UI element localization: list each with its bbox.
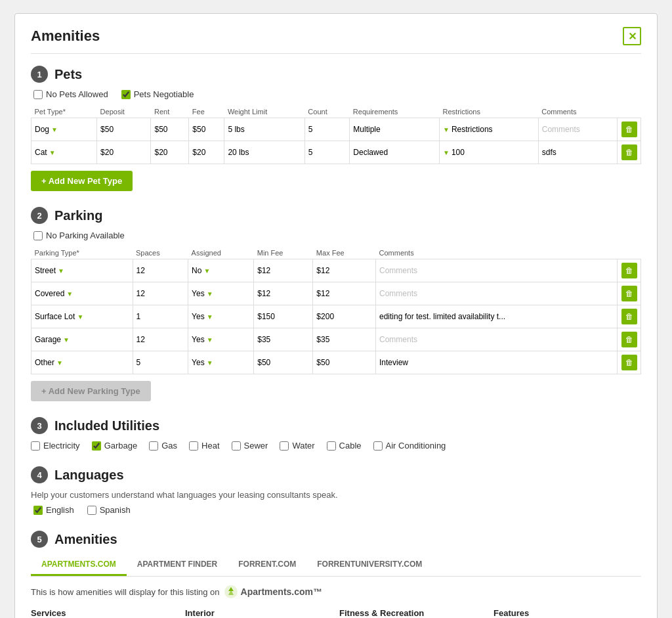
utilities-section-title: Included Utilities (54, 418, 159, 433)
parking-section-title: Parking (54, 208, 102, 223)
air-conditioning-checkbox[interactable] (373, 441, 383, 451)
pet-requirements-dog[interactable]: Multiple (350, 118, 440, 141)
pet-count-cat[interactable]: 5 (304, 141, 350, 164)
pet-fee-dog[interactable]: $50 (189, 118, 224, 141)
cat-restrictions-arrow[interactable]: ▼ (443, 149, 450, 156)
no-parking-checkbox[interactable] (33, 231, 43, 240)
tab-apartments-com[interactable]: APARTMENTS.COM (31, 554, 127, 576)
covered-dropdown-arrow[interactable]: ▼ (66, 290, 73, 298)
delete-street-button[interactable]: 🗑 (621, 263, 637, 278)
negotiable-label[interactable]: Pets Negotiable (121, 89, 194, 99)
delete-dog-button[interactable]: 🗑 (621, 121, 637, 137)
parking-section-header: 2 Parking (31, 207, 641, 224)
pet-col-count: Count (304, 106, 350, 118)
covered-assigned-arrow[interactable]: ▼ (207, 290, 213, 298)
gas-checkbox[interactable] (149, 441, 158, 451)
delete-garage-button[interactable]: 🗑 (621, 332, 637, 347)
tab-forrent-com[interactable]: FORRENT.COM (228, 554, 306, 576)
utilities-section-num: 3 (31, 417, 48, 434)
sewer-label[interactable]: Sewer (232, 441, 268, 451)
cable-label[interactable]: Cable (327, 441, 362, 451)
pet-count-dog[interactable]: 5 (304, 118, 350, 141)
amenities-col-services: Services ✔ 24 Hour Availability (31, 608, 178, 618)
gas-label[interactable]: Gas (149, 441, 177, 451)
delete-surface-button[interactable]: 🗑 (621, 309, 637, 324)
no-pets-checkbox[interactable] (33, 90, 43, 99)
add-pet-type-button[interactable]: + Add New Pet Type (31, 171, 133, 191)
negotiable-text: Pets Negotiable (134, 89, 194, 99)
pet-requirements-cat[interactable]: Declawed (350, 141, 440, 164)
garage-assigned-arrow[interactable]: ▼ (207, 336, 213, 343)
no-pets-label[interactable]: No Pets Allowed (33, 89, 108, 99)
close-button[interactable]: ✕ (623, 27, 641, 45)
english-checkbox[interactable] (33, 506, 43, 515)
delete-other-button[interactable]: 🗑 (621, 355, 637, 370)
other-dropdown-arrow[interactable]: ▼ (56, 359, 63, 366)
parking-section-num: 2 (31, 207, 48, 224)
pet-weight-dog[interactable]: 5 lbs (224, 118, 304, 141)
pet-comments-dog[interactable]: Comments (538, 118, 617, 141)
english-label[interactable]: English (33, 505, 74, 515)
interior-title: Interior (185, 608, 333, 618)
water-checkbox[interactable] (280, 441, 289, 451)
amenities-col-features: Features ✔ Air Conditioning (494, 608, 641, 618)
sewer-checkbox[interactable] (232, 441, 241, 451)
pet-comments-cat[interactable]: sdfs (538, 141, 617, 164)
pet-weight-cat[interactable]: 20 lbs (224, 141, 304, 164)
pet-rent-dog[interactable]: $50 (151, 118, 189, 141)
parking-col-assigned: Assigned (188, 247, 254, 259)
street-assigned-arrow[interactable]: ▼ (203, 267, 210, 275)
listing-prefix: This is how amenities will display for t… (31, 587, 220, 597)
water-text: Water (292, 441, 314, 451)
pet-row-cat: Cat▼ $20 $20 $20 20 lbs 5 Declawed ▼100 … (32, 141, 641, 164)
garbage-label[interactable]: Garbage (92, 441, 138, 451)
heat-label[interactable]: Heat (189, 441, 219, 451)
dog-dropdown-arrow[interactable]: ▼ (51, 126, 58, 133)
pet-col-fee: Fee (189, 106, 224, 118)
heat-checkbox[interactable] (189, 441, 198, 451)
cat-dropdown-arrow[interactable]: ▼ (49, 149, 56, 156)
pet-deposit-dog[interactable]: $50 (97, 118, 151, 141)
electricity-checkbox[interactable] (31, 441, 40, 451)
languages-section-header: 4 Languages (31, 466, 641, 483)
pet-rent-cat[interactable]: $20 (151, 141, 189, 164)
garage-dropdown-arrow[interactable]: ▼ (63, 336, 70, 343)
delete-covered-button[interactable]: 🗑 (621, 286, 637, 301)
tab-apartment-finder[interactable]: APARTMENT FINDER (127, 554, 228, 576)
utilities-row: Electricity Garbage Gas Heat Sewer Water (31, 441, 641, 451)
apartments-com-logo-icon (224, 585, 238, 599)
amenities-section-title: Amenities (54, 532, 117, 547)
no-parking-label[interactable]: No Parking Available (33, 231, 125, 240)
fitness-title: Fitness & Recreation (339, 608, 487, 618)
utilities-section-header: 3 Included Utilities (31, 417, 641, 434)
pet-fee-cat[interactable]: $20 (189, 141, 224, 164)
pet-col-comments: Comments (538, 106, 617, 118)
delete-cat-button[interactable]: 🗑 (621, 144, 637, 160)
pet-col-rent: Rent (151, 106, 189, 118)
languages-section-num: 4 (31, 466, 48, 483)
air-conditioning-label[interactable]: Air Conditioning (373, 441, 446, 451)
street-dropdown-arrow[interactable]: ▼ (58, 267, 64, 275)
english-text: English (46, 505, 74, 515)
surface-dropdown-arrow[interactable]: ▼ (77, 313, 83, 320)
negotiable-checkbox[interactable] (121, 90, 131, 99)
languages-subtitle: Help your customers understand what lang… (31, 490, 641, 500)
pets-table: Pet Type* Deposit Rent Fee Weight Limit … (31, 106, 641, 164)
surface-assigned-arrow[interactable]: ▼ (207, 313, 213, 320)
amenities-section-num: 5 (31, 531, 48, 548)
pet-deposit-cat[interactable]: $20 (97, 141, 151, 164)
other-assigned-arrow[interactable]: ▼ (207, 359, 213, 366)
pet-col-requirements: Requirements (350, 106, 440, 118)
garbage-checkbox[interactable] (92, 441, 101, 451)
dog-restrictions-arrow[interactable]: ▼ (443, 126, 450, 133)
tab-forrentuniversity[interactable]: FORRENTUNIVERSITY.COM (306, 554, 432, 576)
pet-col-delete (618, 106, 641, 118)
spanish-checkbox[interactable] (87, 506, 96, 515)
garbage-text: Garbage (104, 441, 138, 451)
water-label[interactable]: Water (280, 441, 314, 451)
cable-checkbox[interactable] (327, 441, 336, 451)
add-parking-type-button[interactable]: + Add New Parking Type (31, 381, 151, 401)
spanish-label[interactable]: Spanish (87, 505, 131, 515)
sewer-text: Sewer (244, 441, 268, 451)
electricity-label[interactable]: Electricity (31, 441, 80, 451)
